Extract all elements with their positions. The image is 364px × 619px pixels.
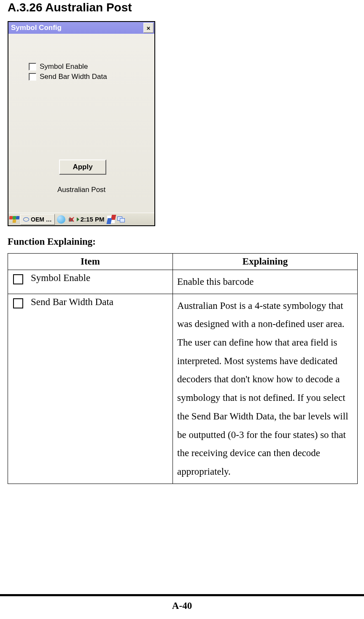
window-title: Symbol Config xyxy=(11,24,143,32)
connection-disabled-icon[interactable] xyxy=(68,216,75,223)
section-heading: A.3.26 Australian Post xyxy=(8,0,356,14)
table-header-explaining: Explaining xyxy=(173,254,358,270)
network-tray-icon[interactable] xyxy=(117,216,125,223)
taskbar-app-button[interactable]: OEM … xyxy=(20,214,55,225)
table-item-label: Symbol Enable xyxy=(31,273,90,284)
checkbox-label: Send Bar Width Data xyxy=(40,73,107,81)
doc-checkbox-icon xyxy=(13,298,23,308)
table-row: Send Bar Width Data Australian Post is a… xyxy=(8,294,358,484)
checkbox-row: Send Bar Width Data xyxy=(29,73,154,81)
app-icon xyxy=(23,217,29,222)
start-button[interactable] xyxy=(9,214,19,224)
taskbar-app-label: OEM … xyxy=(31,216,52,223)
apply-button[interactable]: Apply xyxy=(59,159,106,175)
function-table: Item Explaining Symbol Enable Enable thi… xyxy=(8,253,358,484)
calendar-tray-icon[interactable] xyxy=(107,216,115,223)
checkbox-symbol-enable[interactable] xyxy=(29,63,36,70)
table-header-item: Item xyxy=(8,254,173,270)
close-button[interactable]: × xyxy=(143,23,154,33)
windows-logo-icon xyxy=(13,219,16,223)
network-globe-icon[interactable] xyxy=(57,215,65,224)
windows-logo-icon xyxy=(16,216,20,219)
expand-tray-icon[interactable] xyxy=(77,217,79,222)
screenshot-window: Symbol Config × Symbol Enable Send Bar W… xyxy=(8,21,155,226)
taskbar-clock[interactable]: 2:15 PM xyxy=(81,216,105,223)
checkbox-send-bar-width[interactable] xyxy=(29,73,36,81)
page: A.3.26 Australian Post Symbol Config × S… xyxy=(0,0,364,619)
checkbox-label: Symbol Enable xyxy=(40,62,88,71)
checkbox-row: Symbol Enable xyxy=(29,62,154,71)
table-explaining-text: Australian Post is a 4-state symbology t… xyxy=(177,297,353,481)
taskbar: OEM … 2:15 PM xyxy=(8,213,154,225)
table-explaining-text: Enable this barcode xyxy=(177,273,353,291)
page-number: A-40 xyxy=(0,600,364,611)
apply-button-label: Apply xyxy=(73,163,92,171)
table-item-label: Send Bar Width Data xyxy=(31,297,113,308)
close-icon: × xyxy=(147,25,151,31)
table-row: Symbol Enable Enable this barcode xyxy=(8,270,358,294)
titlebar: Symbol Config × xyxy=(8,22,154,34)
page-footer: A-40 xyxy=(0,594,364,611)
footer-rule xyxy=(0,594,364,596)
checkbox-area: Symbol Enable Send Bar Width Data xyxy=(29,62,154,81)
panel-label: Australian Post xyxy=(57,186,105,194)
function-explaining-heading: Function Explaining: xyxy=(8,236,356,247)
doc-checkbox-icon xyxy=(13,274,23,284)
